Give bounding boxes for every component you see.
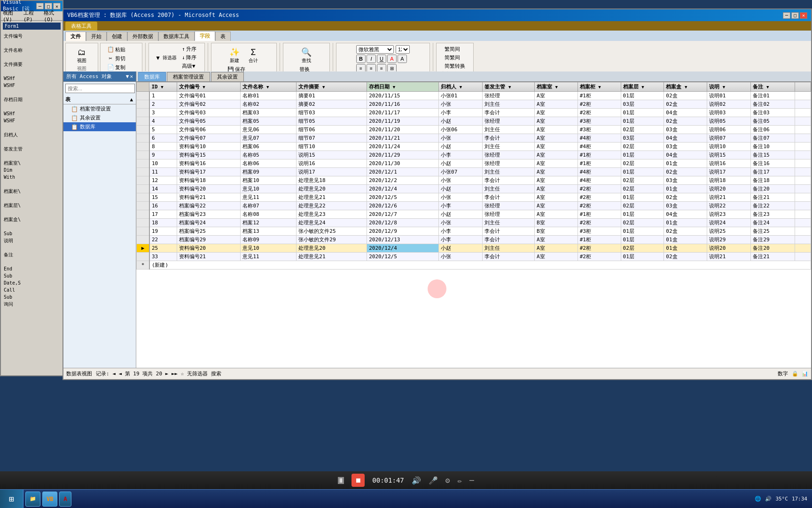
- col-file-num-cell[interactable]: 档案编号23: [177, 210, 241, 219]
- col-filer-cell[interactable]: 小张: [439, 253, 483, 261]
- col-box-cell[interactable]: 02盒: [664, 227, 707, 236]
- tab-other-settings[interactable]: 其余设置: [211, 72, 244, 81]
- col-box-cell[interactable]: 01盒: [664, 219, 707, 227]
- col-note-cell[interactable]: 备注15: [751, 151, 795, 159]
- table-row[interactable]: 33资料编号21意见11处理意见212020/12/5小张李会计A室#2柜01层…: [137, 253, 811, 261]
- vb-close[interactable]: ✕: [53, 3, 61, 9]
- col-approver-cell[interactable]: 李会计: [483, 253, 534, 261]
- mic-icon[interactable]: 🎤: [429, 476, 438, 485]
- col-file-num-cell[interactable]: 档案编号29: [177, 236, 241, 244]
- col-cabinet-cell[interactable]: #2柜: [578, 244, 621, 253]
- col-file-name-cell[interactable]: 意见07: [241, 134, 297, 143]
- col-file-name-cell[interactable]: 档案09: [241, 168, 297, 176]
- col-layer-cell[interactable]: 01层: [621, 193, 664, 202]
- col-layer-cell[interactable]: 02层: [621, 176, 664, 185]
- col-layer-cell[interactable]: 01层: [621, 210, 664, 219]
- col-date-cell[interactable]: 2020/12/2: [367, 176, 439, 185]
- col-summary-cell[interactable]: 摘要02: [297, 100, 367, 109]
- col-summary-cell[interactable]: 细节07: [297, 134, 367, 143]
- btn-cut[interactable]: ✂ 剪切: [105, 54, 127, 63]
- vb-menu-format[interactable]: 格式(O): [44, 9, 61, 23]
- nav-chevron-down[interactable]: ▼: [126, 73, 129, 79]
- col-layer-cell[interactable]: 01层: [621, 109, 664, 117]
- col-summary-cell[interactable]: 处理意见24: [297, 219, 367, 227]
- col-file-num-cell[interactable]: 资料编号20: [177, 244, 241, 253]
- col-note[interactable]: 备注 ▼: [751, 82, 795, 92]
- col-room-cell[interactable]: A室: [534, 185, 578, 193]
- col-cabinet-cell[interactable]: #3柜: [578, 227, 621, 236]
- col-filer-cell[interactable]: 小李: [439, 227, 483, 236]
- btn-copy[interactable]: 📄 复制: [105, 63, 127, 71]
- nav-item-other-settings[interactable]: 📋 其余设置: [63, 113, 136, 122]
- col-layer-cell[interactable]: 01层: [621, 253, 664, 261]
- col-note-cell[interactable]: 备注22: [751, 202, 795, 210]
- col-id-cell[interactable]: 9: [149, 151, 177, 159]
- btn-filter[interactable]: ▼ 筛选器: [152, 45, 179, 70]
- btn-new-record[interactable]: ✨ 新建: [226, 45, 243, 65]
- col-id-cell[interactable]: 11: [149, 168, 177, 176]
- audio-icon[interactable]: 🔊: [412, 476, 421, 485]
- font-select[interactable]: 微软雅黑: [356, 45, 394, 54]
- col-note-cell[interactable]: 备注03: [751, 109, 795, 117]
- col-summary-cell[interactable]: 处理意见21: [297, 253, 367, 261]
- col-desc-cell[interactable]: 说明21: [707, 253, 751, 261]
- col-desc-cell[interactable]: 说明25: [707, 227, 751, 236]
- col-desc-cell[interactable]: 说明17: [707, 168, 751, 176]
- col-approver-cell[interactable]: 李会计: [483, 134, 534, 143]
- table-row[interactable]: 2文件编号02名称02摘要022020/11/16小张刘主任A室#2柜03层02…: [137, 100, 811, 109]
- col-archive-room[interactable]: 档案室 ▼: [534, 82, 578, 92]
- col-file-num-cell[interactable]: 资料编号21: [177, 193, 241, 202]
- col-layer-cell[interactable]: 02层: [621, 159, 664, 168]
- col-room-cell[interactable]: A室: [534, 151, 578, 159]
- col-filer-cell[interactable]: 小李: [439, 151, 483, 159]
- col-layer-cell[interactable]: 02层: [621, 244, 664, 253]
- btn-underline[interactable]: U: [377, 55, 386, 63]
- col-summary-cell[interactable]: 处理意见18: [297, 176, 367, 185]
- col-box-cell[interactable]: 02盒: [664, 117, 707, 126]
- col-room-cell[interactable]: A室: [534, 176, 578, 185]
- col-room-cell[interactable]: A室: [534, 134, 578, 143]
- col-id-cell[interactable]: 1: [149, 92, 177, 100]
- col-cabinet-cell[interactable]: #2柜: [578, 219, 621, 227]
- col-layer-cell[interactable]: 02层: [621, 219, 664, 227]
- col-file-num-cell[interactable]: 文件编号02: [177, 100, 241, 109]
- col-filer-cell[interactable]: 小张06: [439, 126, 483, 134]
- col-id-cell[interactable]: 10: [149, 159, 177, 168]
- col-note-cell[interactable]: 备注20: [751, 244, 795, 253]
- col-approver-cell[interactable]: 张经理: [483, 159, 534, 168]
- col-date-cell[interactable]: 2020/11/19: [367, 117, 439, 126]
- col-file-name-cell[interactable]: 名称05: [241, 151, 297, 159]
- tab-external-data[interactable]: 外部数据: [127, 32, 158, 41]
- col-approver-cell[interactable]: 张经理: [483, 92, 534, 100]
- col-room-cell[interactable]: A室: [534, 244, 578, 253]
- col-room-cell[interactable]: A室: [534, 143, 578, 151]
- col-desc-cell[interactable]: 说明22: [707, 202, 751, 210]
- col-file-name-cell[interactable]: 意见11: [241, 193, 297, 202]
- nav-search-input[interactable]: [65, 84, 135, 93]
- tab-file[interactable]: 文件: [65, 32, 86, 41]
- vb-controls[interactable]: ─ □ ✕: [36, 3, 61, 9]
- col-date-cell[interactable]: 2020/11/15: [367, 92, 439, 100]
- col-desc-cell[interactable]: 说明10: [707, 143, 751, 151]
- nav-item-database[interactable]: 📋 数据库: [63, 122, 136, 131]
- col-summary-cell[interactable]: 处理意见23: [297, 210, 367, 219]
- col-desc-cell[interactable]: 说明05: [707, 117, 751, 126]
- col-filer-cell[interactable]: 小赵: [439, 117, 483, 126]
- btn-convert[interactable]: 简繁转换: [443, 62, 467, 70]
- table-row[interactable]: 1文件编号01名称01摘要012020/11/15小张01张经理A室#1柜01层…: [137, 92, 811, 100]
- col-filer-cell[interactable]: 小张07: [439, 168, 483, 176]
- minus-icon[interactable]: ─: [469, 476, 474, 485]
- col-date-cell[interactable]: 2020/12/7: [367, 210, 439, 219]
- col-approver-cell[interactable]: 李会计: [483, 236, 534, 244]
- col-date-cell[interactable]: 2020/12/1: [367, 168, 439, 176]
- col-box-cell[interactable]: 04盒: [664, 109, 707, 117]
- col-box-cell[interactable]: 03盒: [664, 143, 707, 151]
- col-note-cell[interactable]: 备注18: [751, 176, 795, 185]
- col-box-cell[interactable]: 01盒: [664, 236, 707, 244]
- col-file-num-cell[interactable]: 文件编号06: [177, 126, 241, 134]
- col-box-cell[interactable]: 02盒: [664, 92, 707, 100]
- btn-desc[interactable]: ↓ 降序: [180, 54, 198, 62]
- col-filer[interactable]: 归档人 ▼: [439, 82, 483, 92]
- col-note-cell[interactable]: 备注10: [751, 143, 795, 151]
- table-row[interactable]: ▶25资料编号20意见10处理意见202020/12/4小赵刘主任A室#2柜02…: [137, 244, 811, 253]
